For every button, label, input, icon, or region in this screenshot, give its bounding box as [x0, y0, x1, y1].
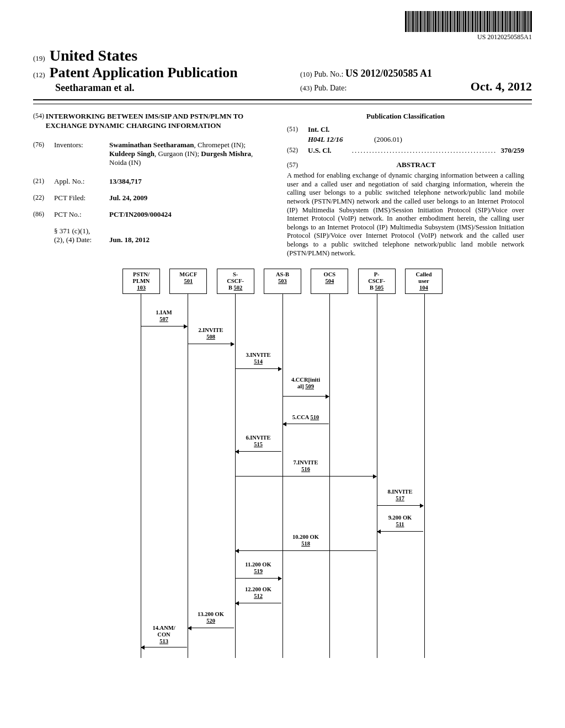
field-19: (19): [33, 54, 45, 62]
pctfiled-value: Jul. 24, 2009: [109, 194, 270, 202]
pctno-label: PCT No.:: [54, 210, 109, 219]
msg-8-text: 8.INVITE: [387, 489, 412, 495]
actor-scscf-ref: 502: [234, 285, 243, 291]
arrow-9: [377, 531, 423, 532]
actor-ocs: OCS504: [311, 269, 348, 294]
pub-no-label: Pub. No.:: [314, 70, 343, 78]
field-52: (52): [287, 146, 308, 155]
actor-asb-ref: 503: [278, 278, 287, 284]
inventors-label: Inventors:: [54, 141, 109, 167]
msg-14: 14.ANM/ CON513: [145, 625, 183, 644]
inventors-value: Swaminathan Seetharaman, Chromepet (IN);…: [109, 141, 270, 167]
arrow-1: [141, 326, 187, 326]
inventor-2-loc: , Gurgaon (IN);: [154, 149, 201, 158]
msg-11: 11.200 OK519: [239, 561, 278, 574]
barcode-bars: [405, 11, 532, 32]
invention-title: INTERWORKING BETWEEN IMS/SIP AND PSTN/PL…: [46, 112, 270, 131]
field-43: (43): [300, 84, 312, 92]
abstract-body: A method for enabling exchange of dynami…: [287, 172, 524, 258]
arrow-13: [188, 628, 234, 628]
arrow-8: [377, 505, 423, 506]
msg-1-ref: 507: [159, 316, 168, 322]
arrow-7: [236, 476, 376, 477]
intcl-code: H04L 12/16: [308, 135, 343, 143]
actor-mgcf-label: MGCF: [179, 271, 197, 277]
msg-11-ref: 519: [254, 568, 263, 574]
applno-value: 13/384,717: [109, 177, 270, 186]
msg-4: 4.CCR[initi al] 509: [286, 377, 325, 389]
arrow-10: [236, 550, 376, 551]
s371-label-1: § 371 (c)(1),: [54, 227, 90, 235]
uscl-value: 370/259: [500, 146, 524, 154]
country-name: United States: [50, 47, 137, 64]
actor-pcscf: P- CSCF- B 505: [358, 269, 396, 294]
arrow-14: [141, 647, 187, 647]
field-10: (10): [300, 70, 312, 78]
divider-thin: [33, 104, 532, 104]
pub-date-label: Pub. Date:: [314, 84, 347, 92]
inventor-1-loc: , Chromepet (IN);: [194, 141, 246, 149]
msg-9-text: 9.200 OK: [388, 515, 412, 521]
classification-title: Publication Classification: [287, 112, 524, 121]
msg-3-text: 3.INVITE: [246, 352, 270, 358]
divider-thick: [33, 99, 532, 100]
msg-2-text: 2.INVITE: [198, 327, 223, 333]
arrow-6: [236, 451, 281, 452]
right-column: Publication Classification (51) Int. Cl.…: [287, 112, 524, 258]
dots-leader: ........................................…: [352, 146, 497, 154]
pctno: PCT/IN2009/000424: [109, 210, 172, 218]
inventor-1: Swaminathan Seetharaman: [109, 141, 194, 149]
field-76: (76): [33, 141, 54, 167]
pctfiled: Jul. 24, 2009: [109, 194, 147, 202]
actor-scscf: S- CSCF- B 502: [217, 269, 254, 294]
msg-4-ref: 509: [305, 383, 314, 389]
barcode-block: US 20120250585A1: [405, 11, 532, 41]
applno-label: Appl. No.:: [54, 177, 109, 186]
actor-mgcf: MGCF501: [169, 269, 207, 294]
msg-7-ref: 516: [301, 466, 310, 472]
authors: Seetharaman et al.: [55, 82, 238, 94]
intcl-label: Int. Cl.: [308, 125, 329, 134]
actor-pstn: PSTN/ PLMN103: [122, 269, 160, 294]
header-block: (19) United States (12) Patent Applicati…: [33, 47, 532, 94]
msg-2: 2.INVITE508: [191, 327, 230, 340]
s371-date: Jun. 18, 2012: [109, 235, 150, 244]
intcl-year: (2006.01): [374, 135, 402, 144]
msg-9: 9.200 OK511: [381, 515, 419, 527]
actor-asb-label: AS-B: [276, 271, 289, 277]
field-21: (21): [33, 177, 54, 186]
msg-12-text: 12.200 OK: [245, 586, 271, 592]
intcl-label-text: Int. Cl.: [308, 125, 329, 133]
arrow-12: [236, 603, 281, 603]
abstract-label: ABSTRACT: [308, 160, 524, 169]
field-54: (54): [33, 112, 46, 131]
arrow-3: [236, 368, 281, 369]
pub-no: US 2012/0250585 A1: [345, 68, 432, 79]
msg-8-ref: 517: [396, 495, 404, 501]
actor-asb: AS-B503: [264, 269, 301, 294]
pctno-value: PCT/IN2009/000424: [109, 210, 270, 219]
sequence-diagram: PSTN/ PLMN103 MGCF501 S- CSCF- B 502 AS-…: [122, 269, 443, 658]
inventor-3: Durgesh Mishra: [201, 149, 251, 158]
msg-14-text: 14.ANM/ CON: [152, 625, 175, 638]
actor-pcscf-ref: 505: [375, 285, 384, 291]
msg-10-ref: 518: [301, 540, 310, 547]
actor-pstn-ref: 103: [137, 285, 146, 291]
msg-13: 13.200 OK520: [191, 611, 230, 624]
msg-6: 6.INVITE515: [239, 435, 278, 447]
pub-date: Oct. 4, 2012: [471, 79, 532, 94]
s371-date-value: Jun. 18, 2012: [109, 235, 270, 244]
actor-called-ref: 104: [419, 285, 428, 291]
msg-11-text: 11.200 OK: [245, 561, 271, 568]
msg-7-text: 7.INVITE: [293, 459, 318, 465]
barcode-text: US 20120250585A1: [405, 33, 532, 41]
actor-called-label: Called user: [415, 271, 431, 284]
field-12: (12): [33, 71, 45, 79]
field-57: (57): [287, 161, 308, 169]
actor-ocs-ref: 504: [325, 278, 334, 284]
arrow-11: [236, 578, 281, 579]
msg-1-text: 1.IAM: [156, 309, 172, 315]
s371-label-2: (2), (4) Date:: [54, 235, 109, 244]
msg-5-ref: 510: [310, 414, 319, 420]
msg-10: 10.200 OK518: [286, 534, 325, 547]
